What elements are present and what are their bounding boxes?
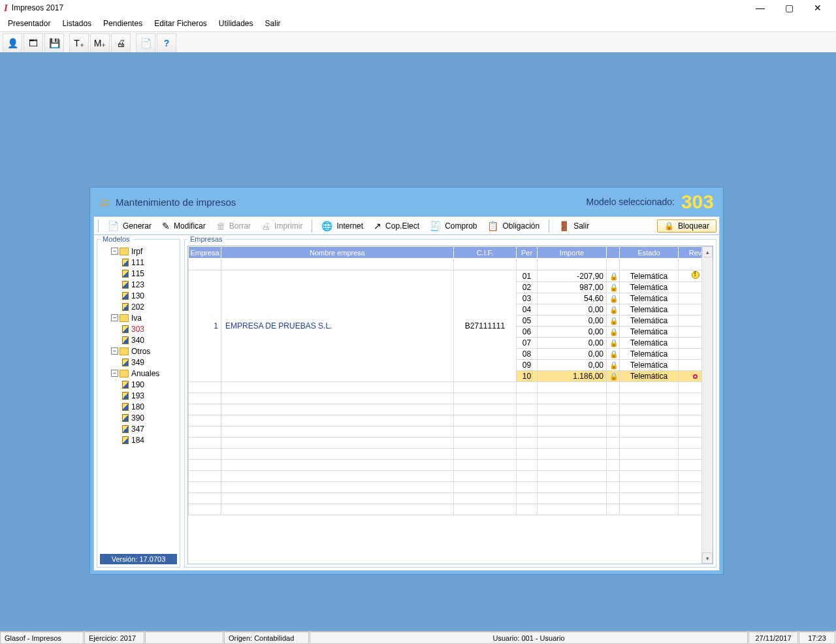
document-icon <box>122 392 129 400</box>
tree-item-340[interactable]: 340 <box>100 334 177 346</box>
collapse-icon[interactable]: − <box>111 347 118 355</box>
tree-folder-iva[interactable]: −Iva <box>100 312 177 323</box>
child-window: 🗂 Mantenimiento de impresos Modelo selec… <box>89 187 724 575</box>
tree-item-190[interactable]: 190 <box>100 379 177 390</box>
col-importe[interactable]: Importe <box>538 247 607 259</box>
close-button[interactable]: ✕ <box>803 0 832 16</box>
empresas-panel: Empresas Empresa Nombre empresa C.I.F. <box>184 235 716 568</box>
selected-model-label: Modelo seleccionado: <box>587 197 675 207</box>
tree-folder-irpf[interactable]: −Irpf <box>100 246 177 257</box>
toolbar-list-icon[interactable]: 📄 <box>136 33 155 53</box>
table-row[interactable] <box>189 415 713 427</box>
status-origen: Origen: Contabilidad <box>224 632 309 644</box>
col-per[interactable]: Per <box>517 247 538 259</box>
table-row[interactable] <box>189 482 713 493</box>
modelos-tree[interactable]: −Irpf111115123130202−Iva303340−Otros349−… <box>100 246 177 554</box>
tree-folder-anuales[interactable]: −Anuales <box>100 368 177 379</box>
menu-editar-ficheros[interactable]: Editar Ficheros <box>149 17 212 30</box>
collapse-icon[interactable]: − <box>111 370 118 377</box>
lock-icon: 🔒 <box>609 283 619 291</box>
toolbar-save-icon[interactable]: 💾 <box>44 33 64 53</box>
tree-item-184[interactable]: 184 <box>100 434 177 445</box>
salir-icon: 🚪 <box>558 221 570 231</box>
menu-utilidades[interactable]: Utilidades <box>214 17 259 30</box>
toolbar-new-t-icon[interactable]: T₊ <box>69 33 89 53</box>
status-hora: 17:23 <box>799 632 835 644</box>
lock-icon: 🔒 <box>609 306 619 314</box>
selected-model-value: 303 <box>681 191 714 213</box>
tree-item-123[interactable]: 123 <box>100 279 177 290</box>
table-row[interactable] <box>189 493 713 504</box>
generar-button[interactable]: 📄Generar <box>103 219 157 233</box>
table-row[interactable] <box>189 460 713 471</box>
tree-item-390[interactable]: 390 <box>100 412 177 423</box>
mdi-workspace: 🗂 Mantenimiento de impresos Modelo selec… <box>0 52 836 631</box>
borrar-button[interactable]: 🗑Borrar <box>211 219 256 233</box>
scroll-down-icon[interactable]: ▾ <box>702 553 713 564</box>
menu-listados[interactable]: Listados <box>57 17 97 30</box>
child-toolbar: 📄Generar ✎Modificar 🗑Borrar 🖨Imprimir 🌐I… <box>94 217 719 235</box>
salir-button[interactable]: 🚪Salir <box>553 219 594 233</box>
tree-item-347[interactable]: 347 <box>100 423 177 434</box>
menu-presentador[interactable]: Presentador <box>3 17 56 30</box>
tree-item-193[interactable]: 193 <box>100 390 177 401</box>
tree-item-111[interactable]: 111 <box>100 257 177 268</box>
table-row[interactable] <box>189 471 713 482</box>
table-row[interactable] <box>189 427 713 438</box>
app-icon: I <box>4 3 8 14</box>
toolbar-user-icon[interactable]: 👤 <box>3 33 22 53</box>
menu-pendientes[interactable]: Pendientes <box>98 17 148 30</box>
tree-item-180[interactable]: 180 <box>100 401 177 412</box>
folder-icon <box>120 347 129 355</box>
table-row[interactable] <box>189 504 713 515</box>
obligacion-button[interactable]: 📋Obligación <box>482 219 545 233</box>
tree-item-202[interactable]: 202 <box>100 301 177 312</box>
lock-icon: 🔒 <box>609 372 619 380</box>
modificar-button[interactable]: ✎Modificar <box>157 219 211 233</box>
tree-item-303[interactable]: 303 <box>100 323 177 334</box>
grid-header-row[interactable]: Empresa Nombre empresa C.I.F. Per Import… <box>189 247 713 259</box>
comprob-button[interactable]: 🧾Comprob <box>425 219 482 233</box>
folder-icon <box>120 314 129 322</box>
toolbar-window-icon[interactable]: 🗔 <box>24 33 43 53</box>
warning-icon <box>692 271 699 279</box>
table-row[interactable] <box>189 404 713 415</box>
grid-filter-row[interactable] <box>189 259 713 270</box>
col-estado[interactable]: Estado <box>620 247 679 259</box>
empresas-legend: Empresas <box>187 235 225 243</box>
tree-item-115[interactable]: 115 <box>100 268 177 279</box>
col-lock[interactable] <box>607 247 620 259</box>
maximize-button[interactable]: ▢ <box>775 0 803 16</box>
table-row[interactable]: 1EMPRESA DE PRUEBAS S.L.B2711111101-207,… <box>189 270 713 282</box>
toolbar-print-icon[interactable]: 🖨 <box>111 33 131 53</box>
tree-item-349[interactable]: 349 <box>100 357 177 368</box>
record-icon <box>693 374 698 379</box>
col-cif[interactable]: C.I.F. <box>454 247 517 259</box>
col-empresa[interactable]: Empresa <box>189 247 221 259</box>
table-row[interactable] <box>189 382 713 393</box>
folder-icon <box>120 248 129 255</box>
tree-folder-otros[interactable]: −Otros <box>100 346 177 357</box>
tree-item-130[interactable]: 130 <box>100 290 177 301</box>
table-row[interactable] <box>189 393 713 404</box>
status-app: Glasof - Impresos <box>0 632 84 644</box>
minimize-button[interactable]: — <box>746 0 775 16</box>
grid-scrollbar[interactable]: ▴ ▾ <box>701 246 713 564</box>
imprimir-button[interactable]: 🖨Imprimir <box>256 219 308 233</box>
document-icon <box>122 303 129 311</box>
table-row[interactable] <box>189 438 713 449</box>
internet-button[interactable]: 🌐Internet <box>316 219 368 233</box>
bloquear-button[interactable]: 🔒Bloquear <box>657 219 716 233</box>
toolbar-new-m-icon[interactable]: M₊ <box>90 33 110 53</box>
toolbar-help-icon[interactable]: ? <box>157 33 176 53</box>
lock-icon: 🔒 <box>609 272 619 280</box>
collapse-icon[interactable]: − <box>111 314 118 321</box>
col-nombre[interactable]: Nombre empresa <box>221 247 454 259</box>
collapse-icon[interactable]: − <box>111 248 118 255</box>
menu-salir[interactable]: Salir <box>260 17 286 30</box>
main-toolbar: 👤 🗔 💾 T₊ M₊ 🖨 📄 ? <box>0 32 836 55</box>
table-row[interactable] <box>189 449 713 460</box>
copelect-button[interactable]: ↗Cop.Elect <box>368 219 425 233</box>
scroll-up-icon[interactable]: ▴ <box>702 246 713 257</box>
empresas-grid[interactable]: Empresa Nombre empresa C.I.F. Per Import… <box>187 246 713 564</box>
